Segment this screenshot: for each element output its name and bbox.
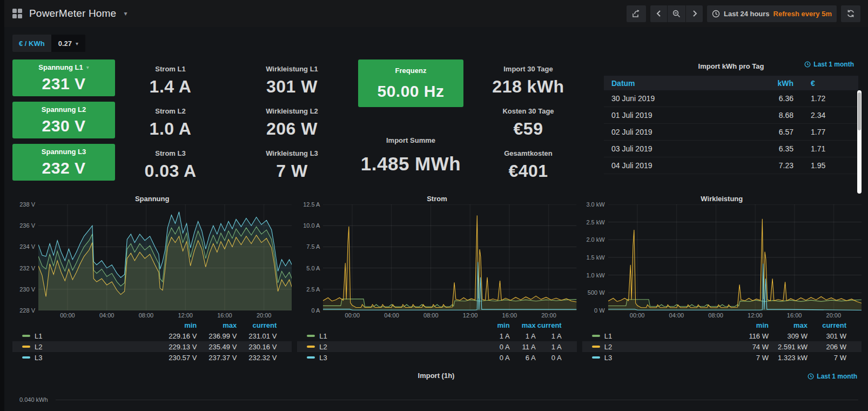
table-title[interactable]: Import kWh pro Tag xyxy=(698,62,764,70)
chart-title[interactable]: Spannung xyxy=(12,193,292,204)
zoom-out-button[interactable] xyxy=(668,5,685,22)
stat-panel-title[interactable]: Import 30 Tage xyxy=(503,65,553,73)
legend-value-max: 309 W xyxy=(769,332,808,340)
y-tick-label: 230 V xyxy=(19,286,35,293)
chart-title[interactable]: Wirkleistung xyxy=(582,193,862,204)
legend-value-current: 231.01 V xyxy=(237,332,277,340)
stat-panel-title[interactable]: Gesamtkosten xyxy=(504,149,553,157)
stat-title-text: Wirkleistung L1 xyxy=(266,65,318,73)
legend-series-toggle[interactable]: L2 xyxy=(592,343,730,351)
stat-value: 230 V xyxy=(42,117,86,135)
variable-value[interactable]: 0.27 ▾ xyxy=(51,35,85,52)
stat-panel-title[interactable]: Spannung L3 xyxy=(42,148,86,156)
share-button[interactable] xyxy=(627,5,646,22)
stat-panel-title[interactable]: Spannung L2 xyxy=(42,105,86,114)
legend-swatch-icon xyxy=(307,335,315,337)
legend-value-min: 0 A xyxy=(484,343,510,351)
table-header-kwh[interactable]: kWh xyxy=(742,79,793,88)
legend-value-min: 230.57 V xyxy=(157,354,197,362)
legend-series-toggle[interactable]: L3 xyxy=(592,354,730,362)
legend-series-toggle[interactable]: L1 xyxy=(22,332,157,340)
apps-grid-icon[interactable] xyxy=(12,8,23,19)
stat-title-text: Wirkleistung L3 xyxy=(266,149,318,157)
chart-plot-area[interactable] xyxy=(608,204,862,310)
legend-column-max[interactable]: max xyxy=(769,321,808,330)
legend-row-l2: L2229.13 V235.49 V230.16 V xyxy=(12,341,292,352)
stat-wirkleistung-l3: Wirkleistung L37 W xyxy=(226,144,358,186)
dashboard: PowerMeter Home ▾ xyxy=(4,0,868,409)
legend-series-toggle[interactable]: L3 xyxy=(22,354,157,362)
stat-panel-title[interactable]: Wirkleistung L3 xyxy=(266,149,318,157)
legend-column-current[interactable]: current xyxy=(808,321,846,330)
legend-row-l3: L3230.57 V237.37 V232.32 V xyxy=(12,352,292,363)
legend-series-toggle[interactable]: L1 xyxy=(307,332,483,340)
stat-panel-title[interactable]: Wirkleistung L2 xyxy=(266,107,318,115)
cell-kwh: 7.23 xyxy=(742,161,793,170)
chart-plot-area[interactable] xyxy=(323,204,576,310)
legend-series-toggle[interactable]: L2 xyxy=(307,343,483,351)
legend-value-max: 1 A xyxy=(510,332,536,340)
chart-title[interactable]: Strom xyxy=(297,193,576,204)
legend-series-toggle[interactable]: L3 xyxy=(307,354,483,362)
x-tick-label: 04:00 xyxy=(99,312,115,319)
stat-panel-title[interactable]: Strom L2 xyxy=(155,107,185,115)
legend-value-min: 1 A xyxy=(484,332,510,340)
stat-panel-title[interactable]: Import Summe xyxy=(386,136,435,144)
stat-value: 232 V xyxy=(42,159,86,177)
import-1h-time-override-badge: Last 1 month xyxy=(808,373,857,380)
stat-title-text: Import 30 Tage xyxy=(503,65,553,73)
dashboard-title[interactable]: PowerMeter Home xyxy=(29,8,116,19)
legend-column-current[interactable]: current xyxy=(536,321,562,330)
time-back-button[interactable] xyxy=(650,5,667,22)
legend-column-min[interactable]: min xyxy=(157,321,197,330)
stat-panel-title[interactable]: Wirkleistung L1 xyxy=(266,65,318,73)
y-tick-label: 238 V xyxy=(19,201,35,208)
stat-title-text: Kosten 30 Tage xyxy=(502,107,554,115)
table-row: 02 Juli 20196.571.77 xyxy=(604,124,858,141)
y-tick-label: 500 W xyxy=(588,289,605,296)
plot-wrap: 238 V236 V234 V232 V230 V228 V xyxy=(12,204,292,310)
legend-column-min[interactable]: min xyxy=(730,321,769,330)
legend-column-max[interactable]: max xyxy=(197,321,237,330)
legend-series-name: L3 xyxy=(35,354,42,362)
y-tick-label: 234 V xyxy=(19,243,35,250)
time-picker-button[interactable]: Last 24 hours Refresh every 5m xyxy=(707,5,837,22)
panel-menu-caret-icon[interactable]: ▾ xyxy=(86,64,89,70)
y-tick-label: 2.5 kW xyxy=(586,219,604,226)
cell-datum: 02 Juli 2019 xyxy=(604,128,742,136)
time-nav-group xyxy=(650,5,703,22)
stat-value: 0.03 A xyxy=(144,161,196,181)
stat-title-text: Strom L2 xyxy=(155,107,185,115)
navbar: PowerMeter Home ▾ xyxy=(4,0,868,27)
legend-value-current: 206 W xyxy=(808,343,846,351)
stat-panel-title[interactable]: Spannung L1▾ xyxy=(38,63,89,71)
chart-plot-area[interactable] xyxy=(38,204,292,310)
x-axis: 00:0004:0008:0012:0016:0020:00 xyxy=(608,310,862,320)
legend-column-min[interactable]: min xyxy=(484,321,510,330)
table-scrollbar-thumb[interactable] xyxy=(858,92,861,130)
stat-value: 1.485 MWh xyxy=(361,153,461,175)
stat-title-text: Spannung L3 xyxy=(42,148,86,156)
table-header-eur[interactable]: € xyxy=(793,79,858,88)
stat-panel-title[interactable]: Strom L1 xyxy=(155,65,185,73)
table-header-datum[interactable]: Datum xyxy=(604,79,742,88)
dashboard-picker[interactable]: PowerMeter Home ▾ xyxy=(12,8,127,19)
legend-series-toggle[interactable]: L1 xyxy=(592,332,730,340)
y-tick-label: 0 A xyxy=(311,307,320,314)
time-forward-button[interactable] xyxy=(686,5,703,22)
chevron-down-icon: ▾ xyxy=(124,10,127,17)
stat-wirkleistung-l1: Wirkleistung L1301 W xyxy=(226,59,358,102)
legend-column-max[interactable]: max xyxy=(510,321,536,330)
share-icon xyxy=(632,9,641,18)
variable-price-dropdown[interactable]: € / KWh 0.27 ▾ xyxy=(12,35,85,52)
plot-wrap: 12.5 A10.0 A7.5 A5.0 A2.5 A0 A xyxy=(297,204,576,310)
legend-column-current[interactable]: current xyxy=(237,321,277,330)
stat-col-spannung: Spannung L1▾231 VSpannung L2230 VSpannun… xyxy=(12,59,115,187)
refresh-interval-label: Refresh every 5m xyxy=(773,10,832,18)
stat-panel-title[interactable]: Frequenz xyxy=(395,67,427,75)
legend-series-toggle[interactable]: L2 xyxy=(22,343,157,351)
stat-panel-title[interactable]: Strom L3 xyxy=(155,149,185,157)
stat-panel-title[interactable]: Kosten 30 Tage xyxy=(502,107,554,115)
refresh-button[interactable] xyxy=(841,5,860,22)
import-1h-title[interactable]: Import (1h) xyxy=(4,372,868,380)
